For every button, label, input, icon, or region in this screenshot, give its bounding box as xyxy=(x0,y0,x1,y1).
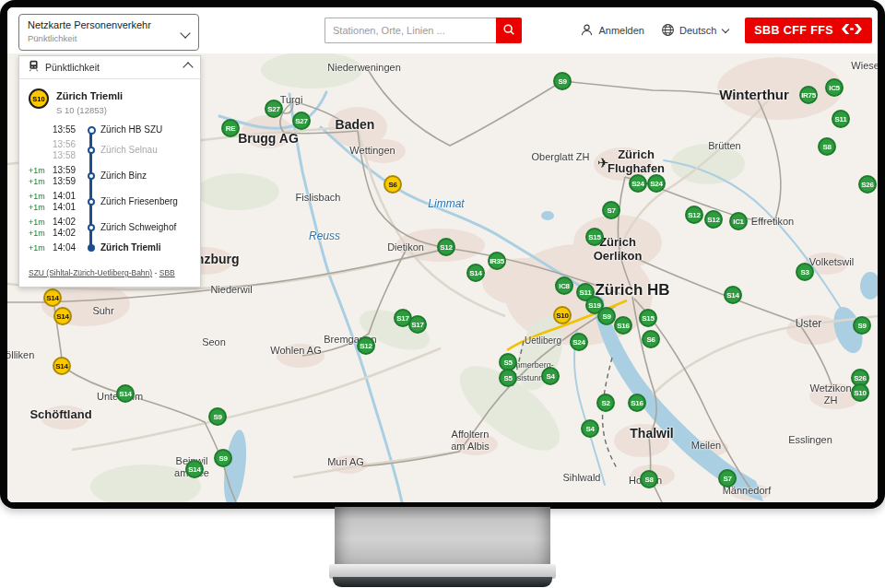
stop-row[interactable]: +1m+1m13:5913:59Zürich Binz xyxy=(29,165,193,187)
chevron-up-icon xyxy=(183,62,193,72)
monitor-stand-neck xyxy=(335,507,550,566)
line-badge-s12[interactable]: S12 xyxy=(685,206,703,224)
line-badge-s24[interactable]: S24 xyxy=(647,174,666,193)
stop-row[interactable]: +1m+1m14:0214:02Zürich Schweighof xyxy=(29,217,193,239)
sbb-link[interactable]: SBB xyxy=(159,268,175,277)
screen-content: ✈ NiederweningenTurgiBadenBrugg AGWettin… xyxy=(7,7,878,502)
line-badge-s27[interactable]: S27 xyxy=(265,100,283,118)
line-badge-s7[interactable]: S7 xyxy=(718,469,737,488)
line-badge-ic1[interactable]: IC1 xyxy=(729,212,748,230)
page: ✈ NiederweningenTurgiBadenBrugg AGWettin… xyxy=(0,0,885,588)
line-badge-s9[interactable]: S9 xyxy=(597,307,616,325)
line-badge-s14[interactable]: S14 xyxy=(724,286,742,304)
search-bar xyxy=(324,18,522,43)
line-badge-s15[interactable]: S15 xyxy=(585,228,604,246)
line-badge-s14[interactable]: S14 xyxy=(185,460,204,478)
sbb-logo[interactable]: SBB CFF FFS xyxy=(745,18,872,43)
stop-row[interactable]: 13:55Zürich HB SZU xyxy=(29,124,193,135)
punctuality-panel: Pünktlichkeit S10 Zürich Triemli S 10 (1… xyxy=(18,55,201,288)
panel-header[interactable]: Pünktlichkeit xyxy=(19,56,200,79)
line-badge-s24[interactable]: S24 xyxy=(570,333,588,351)
line-badge-s2[interactable]: S2 xyxy=(596,394,615,412)
chevron-down-icon xyxy=(722,26,729,33)
line-badge-re[interactable]: RE xyxy=(221,119,240,137)
line-badge-s14[interactable]: S14 xyxy=(116,384,135,403)
line-badge-s14[interactable]: S14 xyxy=(466,264,485,282)
footer-separator: - xyxy=(155,268,158,277)
line-badge-s12[interactable]: S12 xyxy=(704,210,723,229)
operator-link[interactable]: SZU (Sihltal-Zürich-Uetliberg-Bahn) xyxy=(29,268,152,277)
line-badge-s4[interactable]: S4 xyxy=(541,367,560,385)
line-badge-s9[interactable]: S9 xyxy=(208,407,227,426)
stop-dot xyxy=(88,147,95,154)
sbb-logo-text: SBB CFF FFS xyxy=(754,24,833,37)
login-button[interactable]: Anmelden xyxy=(580,23,644,39)
line-badge-ic8[interactable]: IC8 xyxy=(555,276,573,295)
line-badge-s9[interactable]: S9 xyxy=(214,449,232,467)
line-badge-s8[interactable]: S8 xyxy=(640,470,658,488)
layer-dropdown-title: Netzkarte Personenverkehr xyxy=(28,19,176,30)
line-badge-s7[interactable]: S7 xyxy=(602,201,620,219)
stop-dot xyxy=(88,172,95,180)
globe-icon xyxy=(661,23,675,39)
panel-title: Pünktlichkeit xyxy=(45,62,179,73)
chevron-down-icon xyxy=(180,28,190,38)
search-input[interactable] xyxy=(324,18,496,43)
stop-row[interactable]: +1m14:04Zürich Triemli xyxy=(29,242,193,253)
line-badge-ir35[interactable]: IR35 xyxy=(488,252,506,270)
line-badge-ir75[interactable]: IR75 xyxy=(799,86,818,104)
search-icon xyxy=(502,23,515,39)
line-badge-s6[interactable]: S6 xyxy=(642,330,660,348)
stop-dot xyxy=(88,198,95,206)
app-header: Netzkarte Personenverkehr Pünktlichkeit xyxy=(7,7,878,53)
line-badge-s9[interactable]: S9 xyxy=(553,72,572,90)
search-button[interactable] xyxy=(496,18,522,43)
line-badge-s27[interactable]: S27 xyxy=(292,112,311,130)
train-name: Zürich Triemli xyxy=(56,88,123,101)
language-label: Deutsch xyxy=(679,25,716,36)
line-badge-s8[interactable]: S8 xyxy=(818,137,836,156)
stop-list: 13:55Zürich HB SZU13:5613:58Zürich Selna… xyxy=(19,117,200,259)
train-summary: S10 Zürich Triemli S 10 (12853) xyxy=(19,79,200,117)
line-badge-s12[interactable]: S12 xyxy=(357,336,375,355)
line-badge-ic5[interactable]: IC5 xyxy=(825,78,844,97)
layer-dropdown[interactable]: Netzkarte Personenverkehr Pünktlichkeit xyxy=(18,14,199,51)
train-line-badge: S10 xyxy=(29,88,49,109)
monitor-stand-front xyxy=(333,577,552,587)
panel-footer: SZU (Sihltal-Zürich-Uetliberg-Bahn) - SB… xyxy=(19,259,200,287)
stop-row[interactable]: +1m+1m14:0114:01Zürich Friesenberg xyxy=(29,191,193,213)
line-badge-s4[interactable]: S4 xyxy=(581,419,599,438)
line-badge-s3[interactable]: S3 xyxy=(796,263,814,281)
train-icon xyxy=(28,59,40,76)
line-badge-s24[interactable]: S24 xyxy=(629,174,647,193)
line-badge-s26[interactable]: S26 xyxy=(858,175,877,194)
stop-dot xyxy=(88,126,96,135)
line-badge-s14[interactable]: S14 xyxy=(53,307,72,325)
train-line-info: S 10 (12853) xyxy=(56,105,123,115)
line-badge-s16[interactable]: S16 xyxy=(628,394,646,412)
stop-dot xyxy=(88,224,95,231)
line-badge-s5[interactable]: S5 xyxy=(499,369,517,387)
user-icon xyxy=(580,23,594,39)
line-badge-s15[interactable]: S15 xyxy=(639,309,657,327)
line-badge-s10[interactable]: S10 xyxy=(553,306,572,324)
stop-row[interactable]: 13:5613:58Zürich Selnau xyxy=(29,139,193,161)
line-badge-s6[interactable]: S6 xyxy=(384,175,402,194)
line-badge-s9[interactable]: S9 xyxy=(853,316,871,335)
login-label: Anmelden xyxy=(598,25,644,36)
line-badge-s11[interactable]: S11 xyxy=(832,110,850,128)
line-badge-s17[interactable]: S17 xyxy=(408,315,427,334)
line-badge-s10[interactable]: S10 xyxy=(851,383,869,402)
line-badge-s12[interactable]: S12 xyxy=(437,238,455,256)
line-badge-s16[interactable]: S16 xyxy=(614,316,632,335)
language-button[interactable]: Deutsch xyxy=(661,23,728,39)
layer-dropdown-subtitle: Pünktlichkeit xyxy=(28,33,176,43)
sbb-double-arrow-icon xyxy=(841,24,863,37)
line-badge-s14[interactable]: S14 xyxy=(53,357,71,375)
stop-dot xyxy=(88,244,95,252)
line-badge-s14[interactable]: S14 xyxy=(43,288,62,307)
